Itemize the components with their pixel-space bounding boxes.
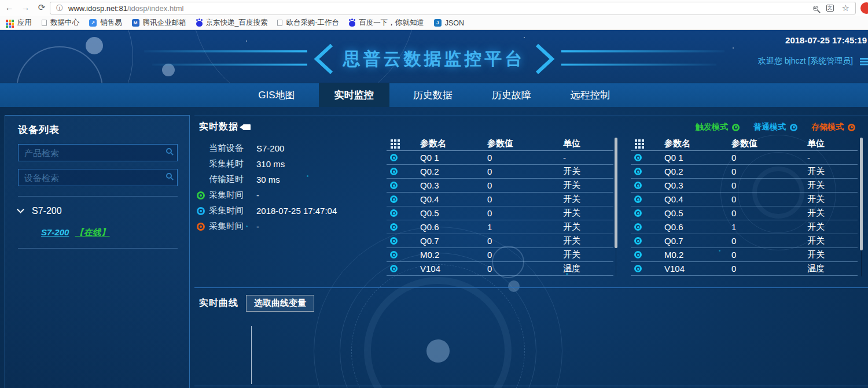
url-host: www.idosp.net:81 — [68, 4, 127, 13]
param-target-icon[interactable] — [390, 154, 398, 161]
param-unit: 开关 — [563, 249, 613, 260]
tab-GIS地图[interactable]: GIS地图 — [242, 83, 310, 107]
mode-target-icon — [732, 124, 740, 131]
row-icon-cell — [631, 168, 664, 175]
row-icon-cell — [631, 237, 664, 245]
scrollbar-thumb[interactable] — [615, 138, 617, 248]
translate-icon[interactable]: 文 — [826, 5, 834, 12]
param-target-icon[interactable] — [634, 168, 642, 175]
scrollbar-right-table[interactable] — [860, 138, 863, 276]
bookmark-label: 百度一下，你就知道 — [359, 18, 424, 28]
param-target-icon[interactable] — [634, 182, 642, 189]
apps-grid-icon — [6, 20, 8, 22]
address-bar[interactable]: ⓘ www.idosp.net:81 /idosp/index.html 文 ☆ — [50, 2, 856, 14]
apps-menu[interactable]: 应用 — [5, 18, 32, 28]
mode-label: 触发模式 — [696, 122, 728, 132]
param-target-icon[interactable] — [390, 195, 398, 203]
bookmark-item[interactable]: 百度一下，你就知道 — [349, 18, 424, 28]
grid-icon[interactable] — [391, 139, 393, 142]
param-target-icon[interactable] — [634, 195, 642, 203]
search-icon[interactable] — [166, 173, 172, 179]
row-icon-cell — [387, 223, 420, 231]
param-target-icon[interactable] — [634, 237, 642, 245]
param-target-icon[interactable] — [390, 168, 398, 175]
table-row: M0.20开关 — [387, 248, 613, 262]
table-row: Q0.70开关 — [387, 234, 613, 248]
menu-list-icon[interactable] — [860, 58, 868, 60]
header-timestamp: 2018-07-25 17:45:19 — [785, 35, 867, 45]
mode-legend-item[interactable]: 触发模式 — [696, 122, 740, 132]
param-target-icon[interactable] — [634, 223, 642, 231]
curve-title: 实时曲线 — [199, 297, 238, 309]
bookmark-label: 京东快递_百度搜索 — [206, 18, 268, 28]
bookmark-item[interactable]: M腾讯企业邮箱 — [132, 18, 186, 28]
device-item[interactable]: S7-200 【在线】 — [18, 227, 178, 238]
info-row: 采集时间- — [197, 187, 337, 203]
info-label: 采集时间 — [209, 205, 255, 216]
param-target-icon[interactable] — [390, 237, 398, 245]
forward-icon[interactable]: → — [20, 2, 31, 12]
page-title: 思普云数据监控平台 — [343, 47, 525, 71]
app-header: 思普云数据监控平台 2018-07-25 17:45:19 欢迎您 bjhczt… — [0, 30, 868, 83]
tab-远程控制[interactable]: 远程控制 — [555, 83, 626, 107]
profile-avatar[interactable] — [860, 2, 868, 14]
info-row: 采集耗时310 ms — [197, 156, 337, 172]
scrollbar-thumb[interactable] — [860, 138, 863, 250]
param-target-icon[interactable] — [634, 265, 642, 272]
bookmark-item[interactable]: ↗销售易 — [89, 18, 122, 28]
mail-sq-icon: M — [132, 19, 139, 27]
zoom-icon[interactable] — [813, 6, 818, 11]
param-target-icon[interactable] — [390, 223, 398, 231]
title-wrap: 思普云数据监控平台 — [0, 43, 868, 75]
row-icon-cell — [387, 154, 420, 161]
param-name: Q0 1 — [420, 153, 487, 162]
document-icon — [42, 20, 47, 26]
bookmark-item[interactable]: 京东快递_百度搜索 — [196, 18, 268, 28]
bookmark-star-icon[interactable]: ☆ — [842, 4, 849, 12]
bookmark-item[interactable]: JJSON — [434, 19, 464, 27]
bookmark-label: JSON — [445, 19, 464, 27]
param-target-icon[interactable] — [390, 209, 398, 217]
mode-legend-item[interactable]: 普通模式 — [753, 122, 797, 132]
param-name: M0.2 — [420, 250, 487, 260]
mode-legend-item[interactable]: 存储模式 — [811, 122, 855, 132]
apps-label: 应用 — [17, 18, 32, 28]
param-target-icon[interactable] — [634, 154, 642, 161]
tab-历史数据[interactable]: 历史数据 — [398, 83, 468, 107]
param-value: 0 — [487, 264, 563, 274]
address-bar-icons: 文 ☆ — [813, 4, 849, 12]
param-target-icon[interactable] — [390, 182, 398, 189]
param-value: 0 — [731, 208, 807, 218]
param-target-icon[interactable] — [634, 251, 642, 258]
row-icon-cell — [387, 237, 420, 245]
bookmark-item[interactable]: 数据中心 — [42, 18, 79, 28]
page-info-icon[interactable]: ⓘ — [56, 3, 63, 13]
product-search-box — [18, 144, 178, 161]
device-link[interactable]: S7-200 — [41, 227, 69, 237]
param-target-icon[interactable] — [390, 265, 398, 272]
mode-legend: 触发模式普通模式存储模式 — [696, 122, 855, 132]
param-target-icon[interactable] — [390, 251, 398, 258]
grid-icon[interactable] — [635, 139, 637, 142]
search-icon[interactable] — [166, 148, 172, 154]
chart-y-axis — [251, 326, 252, 384]
camera-icon[interactable] — [243, 124, 251, 130]
back-icon[interactable]: ← — [3, 2, 15, 12]
bookmark-item[interactable]: 欧台采购-工作台 — [277, 18, 339, 28]
device-search-box — [18, 169, 178, 186]
param-target-icon[interactable] — [634, 209, 642, 217]
device-status-badge: 【在线】 — [75, 227, 110, 237]
info-label: 采集时间 — [209, 190, 255, 201]
tab-实时监控[interactable]: 实时监控 — [319, 83, 389, 107]
decoration-dot — [246, 40, 247, 42]
device-search-input[interactable] — [18, 169, 178, 186]
reload-icon[interactable]: ⟳ — [36, 2, 47, 13]
param-value: 0 — [487, 194, 563, 204]
table-row: Q0 10- — [631, 151, 858, 165]
tab-历史故障[interactable]: 历史故障 — [476, 83, 547, 107]
device-group[interactable]: S7-200 — [18, 206, 178, 216]
select-curve-variable-button[interactable]: 选取曲线变量 — [246, 295, 314, 312]
chevron-down-icon[interactable] — [17, 206, 24, 213]
product-search-input[interactable] — [18, 144, 178, 161]
scrollbar-left-table[interactable] — [615, 138, 617, 276]
